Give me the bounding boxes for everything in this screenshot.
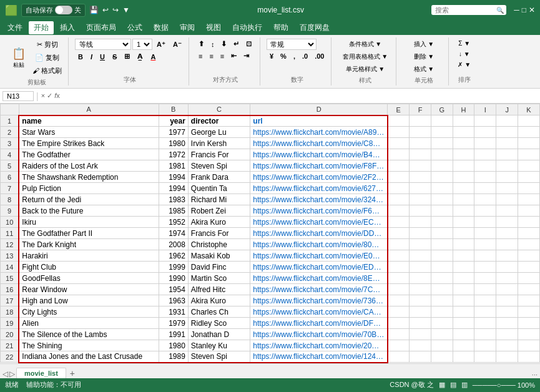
search-input[interactable] <box>431 5 506 15</box>
cell-j4[interactable] <box>496 149 518 160</box>
cell-c6[interactable]: Frank Dara <box>188 172 250 183</box>
cell-i10[interactable] <box>474 217 496 228</box>
cell-e16[interactable] <box>388 284 410 295</box>
cell-f13[interactable] <box>410 250 431 262</box>
row-header[interactable]: 4 <box>1 149 19 160</box>
menu-formula[interactable]: 公式 <box>122 21 147 34</box>
cell-b10[interactable]: 1952 <box>159 217 188 228</box>
cell-i17[interactable] <box>474 295 496 306</box>
font-name-select[interactable]: 等线 <box>75 39 131 50</box>
cell-e1[interactable] <box>388 115 410 127</box>
currency-button[interactable]: ¥ <box>267 51 277 61</box>
zoom-slider[interactable]: ─────○─── 100% <box>473 381 535 389</box>
cell-e20[interactable] <box>388 329 410 340</box>
row-header[interactable]: 20 <box>1 329 19 340</box>
row-header[interactable]: 13 <box>1 250 19 262</box>
cell-g1[interactable] <box>431 115 453 127</box>
cell-e9[interactable] <box>388 205 410 217</box>
cell-j17[interactable] <box>496 295 518 306</box>
cell-i18[interactable] <box>474 306 496 318</box>
cell-e13[interactable] <box>388 250 410 262</box>
font-color-button[interactable]: A <box>147 52 159 62</box>
cell-k12[interactable] <box>518 239 540 250</box>
cell-i5[interactable] <box>474 160 496 172</box>
cell-a10[interactable]: Ikiru <box>19 217 159 228</box>
cell-d4[interactable]: https://www.flickchart.com/movie/B4CFDA1… <box>250 149 388 160</box>
cell-g14[interactable] <box>431 262 453 273</box>
cell-b20[interactable]: 1991 <box>159 329 188 340</box>
cell-c8[interactable]: Richard Mi <box>188 194 250 205</box>
align-right-button[interactable]: ≡ <box>217 51 227 61</box>
cell-h2[interactable] <box>453 127 474 138</box>
cell-g18[interactable] <box>431 306 453 318</box>
cell-d8[interactable]: https://www.flickchart.com/movie/32435A7… <box>250 194 388 205</box>
cell-d15[interactable]: https://www.flickchart.com/movie/8EC84B6… <box>250 273 388 284</box>
view-page-icon[interactable]: ▥ <box>461 381 468 389</box>
col-header-c[interactable]: C <box>188 104 250 115</box>
cell-d21[interactable]: https://www.flickchart.com/movie/20DFD20… <box>250 340 388 351</box>
cell-c19[interactable]: Ridley Sco <box>188 318 250 329</box>
sum-button[interactable]: Σ ▼ <box>455 39 473 48</box>
cell-f6[interactable] <box>410 172 431 183</box>
cell-c4[interactable]: Francis For <box>188 149 250 160</box>
fill-color-button[interactable]: A̲ <box>134 51 146 62</box>
cell-h22[interactable] <box>453 351 474 363</box>
format-button[interactable]: 格式 ▼ <box>411 64 437 75</box>
menu-view[interactable]: 视图 <box>201 21 226 34</box>
align-center-button[interactable]: ≡ <box>206 51 216 61</box>
cell-h21[interactable] <box>453 340 474 351</box>
cell-e6[interactable] <box>388 172 410 183</box>
increase-font-button[interactable]: A⁺ <box>154 39 169 50</box>
align-top-button[interactable]: ⬆ <box>195 39 207 49</box>
cell-d1[interactable]: url <box>250 115 388 127</box>
cell-a18[interactable]: City Lights <box>19 306 159 318</box>
cell-a20[interactable]: The Silence of the Lambs <box>19 329 159 340</box>
strikethrough-button[interactable]: S <box>109 52 120 62</box>
menu-autorun[interactable]: 自动执行 <box>227 21 267 34</box>
cell-c18[interactable]: Charles Ch <box>188 306 250 318</box>
row-header[interactable]: 6 <box>1 172 19 183</box>
save-icon[interactable]: 💾 <box>89 6 99 14</box>
add-sheet-button[interactable]: + <box>67 368 77 378</box>
menu-review[interactable]: 审阅 <box>175 21 200 34</box>
cell-j18[interactable] <box>496 306 518 318</box>
cell-a19[interactable]: Alien <box>19 318 159 329</box>
cell-c21[interactable]: Stanley Ku <box>188 340 250 351</box>
cell-i3[interactable] <box>474 138 496 149</box>
cell-b5[interactable]: 1981 <box>159 160 188 172</box>
cell-c14[interactable]: David Finc <box>188 262 250 273</box>
row-header[interactable]: 15 <box>1 273 19 284</box>
sheet-tab-movie-list[interactable]: movie_list <box>16 368 66 378</box>
cell-d13[interactable]: https://www.flickchart.com/movie/E0F7C51… <box>250 250 388 262</box>
decimal-dec-button[interactable]: .00 <box>312 51 327 61</box>
cell-f1[interactable] <box>410 115 431 127</box>
cell-c15[interactable]: Martin Sco <box>188 273 250 284</box>
comma-button[interactable]: , <box>290 51 298 61</box>
cell-k8[interactable] <box>518 194 540 205</box>
cell-h3[interactable] <box>453 138 474 149</box>
cell-h6[interactable] <box>453 172 474 183</box>
cell-j3[interactable] <box>496 138 518 149</box>
cell-i11[interactable] <box>474 228 496 239</box>
row-header[interactable]: 22 <box>1 351 19 363</box>
cell-f8[interactable] <box>410 194 431 205</box>
cell-j19[interactable] <box>496 318 518 329</box>
cell-c20[interactable]: Jonathan D <box>188 329 250 340</box>
cell-h13[interactable] <box>453 250 474 262</box>
cell-i22[interactable] <box>474 351 496 363</box>
autosave-toggle[interactable] <box>55 6 72 14</box>
cell-k11[interactable] <box>518 228 540 239</box>
cell-h1[interactable] <box>453 115 474 127</box>
col-header-h[interactable]: H <box>453 104 474 115</box>
cell-i7[interactable] <box>474 183 496 194</box>
menu-baidu[interactable]: 百度网盘 <box>295 21 335 34</box>
cell-j12[interactable] <box>496 239 518 250</box>
copy-button[interactable]: 📄 复制 <box>30 52 64 64</box>
cell-a3[interactable]: The Empire Strikes Back <box>19 138 159 149</box>
cell-g21[interactable] <box>431 340 453 351</box>
cell-e21[interactable] <box>388 340 410 351</box>
cell-h16[interactable] <box>453 284 474 295</box>
cell-c22[interactable]: Steven Spi <box>188 351 250 363</box>
cell-b9[interactable]: 1985 <box>159 205 188 217</box>
cell-d12[interactable]: https://www.flickchart.com/movie/80C5CEB… <box>250 239 388 250</box>
